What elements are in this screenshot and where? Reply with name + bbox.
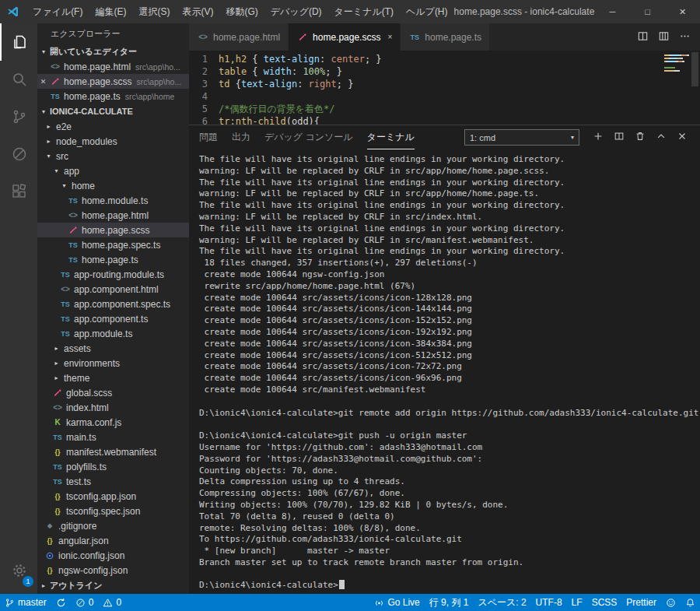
close-button[interactable]: ✕ — [665, 0, 700, 23]
terminal-picker[interactable]: 1: cmd ▾ — [464, 129, 579, 146]
tree-item-home-page-scss[interactable]: home.page.scss — [37, 223, 189, 237]
tree-item-environments[interactable]: ▸environments — [37, 356, 189, 370]
status-encoding[interactable]: UTF-8 — [531, 594, 567, 611]
status-cursor-position[interactable]: 行 9, 列 1 — [425, 594, 474, 611]
editor-layout-button[interactable] — [653, 30, 674, 44]
panel-tab-problems[interactable]: 問題 — [199, 125, 218, 149]
tree-item-app-routing-module-ts[interactable]: TSapp-routing.module.ts — [37, 267, 189, 282]
close-icon[interactable]: ✕ — [37, 78, 49, 86]
code-token: td — [219, 79, 229, 90]
tree-item-home[interactable]: ▾home — [37, 178, 189, 193]
tree-item-label: karma.conf.js — [66, 417, 121, 428]
open-editor-home-page-scss[interactable]: ✕home.page.scsssrc\app\ho... — [37, 74, 189, 89]
vscode-window: ファイル(F)編集(E)選択(S)表示(V)移動(G)デバッグ(D)ターミナル(… — [0, 0, 700, 611]
tree-item-home-page-ts[interactable]: TShome.page.ts — [37, 252, 189, 267]
open-editor-home-page-ts[interactable]: TShome.page.tssrc\app\home — [37, 89, 189, 104]
new-terminal-button[interactable] — [587, 131, 608, 144]
menu-go[interactable]: 移動(G) — [219, 0, 264, 23]
minimap-segment — [681, 58, 683, 59]
tree-item-gitignore[interactable]: ◆.gitignore — [37, 518, 189, 533]
tree-item-main-ts[interactable]: TSmain.ts — [37, 430, 189, 444]
close-icon[interactable]: × — [387, 33, 392, 41]
menu-view[interactable]: 表示(V) — [176, 0, 219, 23]
tree-item-karma-conf-js[interactable]: Kkarma.conf.js — [37, 415, 189, 430]
tree-item-home-page-spec-ts[interactable]: TShome.page.spec.ts — [37, 237, 189, 252]
tree-item-test-ts[interactable]: TStest.ts — [37, 474, 189, 489]
status-errors[interactable]: 0 — [71, 594, 99, 611]
menu-edit[interactable]: 編集(E) — [89, 0, 132, 23]
tree-item-tsconfig-spec-json[interactable]: {}tsconfig.spec.json — [37, 504, 189, 518]
split-terminal-button[interactable] — [608, 131, 629, 144]
status-notifications[interactable] — [681, 594, 700, 611]
activity-explorer[interactable] — [0, 23, 37, 61]
code-token: :nth-child — [229, 116, 285, 125]
tree-item-e2e[interactable]: ▸e2e — [37, 119, 189, 134]
tree-item-app-component-ts[interactable]: TSapp.component.ts — [37, 311, 189, 326]
code-editor[interactable]: 1h1,h2 { text-align: center; }2table { w… — [189, 51, 700, 125]
tree-item-ngsw-config-json[interactable]: {}ngsw-config.json — [37, 563, 189, 578]
panel-tab-terminal[interactable]: ターミナル — [367, 125, 415, 149]
more-actions-button[interactable] — [674, 30, 695, 44]
tree-item-angular-json[interactable]: {}angular.json — [37, 533, 189, 548]
status-git-branch[interactable]: master — [0, 594, 51, 611]
tree-item-app-component-spec-ts[interactable]: TSapp.component.spec.ts — [37, 297, 189, 311]
tree-item-assets[interactable]: ▸assets — [37, 341, 189, 356]
maximize-button[interactable]: □ — [630, 0, 665, 23]
tree-item-app-module-ts[interactable]: TSapp.module.ts — [37, 326, 189, 341]
tree-item-label: main.ts — [66, 432, 96, 443]
outline-header[interactable]: ▸ アウトライン — [37, 578, 189, 593]
open-editors-header[interactable]: ▾ 開いているエディター — [37, 44, 189, 59]
tree-item-home-page-html[interactable]: <>home.page.html — [37, 208, 189, 223]
open-editor-home-page-html[interactable]: <>home.page.htmlsrc\app\ho... — [37, 59, 189, 74]
tree-item-app-component-html[interactable]: <>app.component.html — [37, 282, 189, 297]
terminal-output[interactable]: The file will have its original line end… — [189, 149, 700, 594]
panel-tab-debug-console[interactable]: デバッグ コンソール — [264, 125, 353, 149]
tree-item-tsconfig-app-json[interactable]: {}tsconfig.app.json — [37, 489, 189, 504]
tree-item-app[interactable]: ▾app — [37, 163, 189, 178]
menu-selection[interactable]: 選択(S) — [132, 0, 176, 23]
activity-debug[interactable] — [0, 135, 37, 173]
menu-debug[interactable]: デバッグ(D) — [264, 0, 328, 23]
project-header[interactable]: ▾ IONIC4-CALCULATE — [37, 104, 189, 119]
status-warnings[interactable]: 0 — [98, 594, 126, 611]
ts-file-icon: TS — [67, 256, 79, 264]
html-file-icon: <> — [51, 403, 64, 412]
tree-item-theme[interactable]: ▸theme — [37, 370, 189, 385]
status-formatter[interactable]: Prettier — [621, 594, 661, 611]
tree-item-index-html[interactable]: <>index.html — [37, 400, 189, 415]
status-indentation[interactable]: スペース: 2 — [473, 594, 530, 611]
status-go-live[interactable]: Go Live — [369, 594, 424, 611]
panel-tab-output[interactable]: 出力 — [232, 125, 250, 149]
activity-search[interactable] — [0, 61, 37, 98]
activity-extensions[interactable] — [0, 173, 37, 210]
minimap-segment — [667, 61, 676, 62]
tree-item-home-module-ts[interactable]: TShome.module.ts — [37, 193, 189, 208]
close-panel-button[interactable] — [671, 131, 692, 144]
editor-scrollbar[interactable] — [691, 52, 698, 86]
status-language-mode[interactable]: SCSS — [587, 594, 622, 611]
kill-terminal-button[interactable] — [629, 131, 650, 144]
tree-item-node-modules[interactable]: ▸node_modules — [37, 134, 189, 149]
status-sync[interactable] — [51, 594, 71, 611]
minimize-button[interactable]: ─ — [595, 0, 630, 23]
tab-home-page-html[interactable]: <>home.page.html — [189, 23, 288, 51]
status-eol[interactable]: LF — [567, 594, 587, 611]
maximize-panel-button[interactable] — [650, 131, 671, 144]
activity-source-control[interactable] — [0, 98, 37, 135]
minimap[interactable] — [664, 54, 688, 73]
menu-terminal[interactable]: ターミナル(T) — [328, 0, 400, 23]
panel: 問題出力デバッグ コンソールターミナル 1: cmd ▾ The file wi… — [189, 125, 700, 594]
split-editor-button[interactable] — [632, 30, 653, 44]
tab-home-page-scss[interactable]: home.page.scss× — [289, 23, 400, 51]
tree-item-manifest-webmanifest[interactable]: {}manifest.webmanifest — [37, 444, 189, 459]
menu-help[interactable]: ヘルプ(H) — [400, 0, 454, 23]
tree-item-global-scss[interactable]: global.scss — [37, 385, 189, 400]
manage-button[interactable]: 1 — [0, 552, 37, 589]
status-feedback[interactable] — [661, 594, 681, 611]
tree-item-ionic-config-json[interactable]: ionic.config.json — [37, 548, 189, 563]
git-file-icon: ◆ — [44, 522, 56, 529]
tab-home-page-ts[interactable]: TShome.page.ts — [401, 23, 489, 51]
tree-item-polyfills-ts[interactable]: TSpolyfills.ts — [37, 459, 189, 474]
tree-item-src[interactable]: ▾src — [37, 149, 189, 163]
menu-file[interactable]: ファイル(F) — [26, 0, 89, 23]
